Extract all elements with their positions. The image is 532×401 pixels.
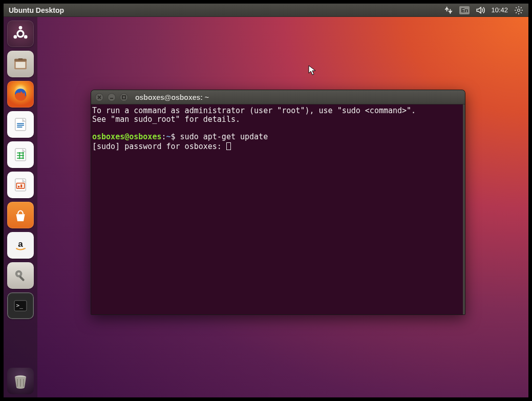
terminal-motd-line1: To run a command as administrator (user … [92,106,416,115]
launcher-files[interactable] [7,51,34,77]
launcher-system-settings[interactable] [7,262,34,289]
terminal-window[interactable]: osboxes@osboxes: ~ To run a command as a… [91,90,465,315]
terminal-title-text: osboxes@osboxes: ~ [135,93,209,101]
svg-text:a: a [18,239,23,249]
network-icon[interactable] [444,6,453,15]
svg-point-4 [13,35,17,39]
terminal-command: sudo apt-get update [180,132,268,141]
terminal-prompt-path: ~ [166,132,171,141]
launcher-firefox[interactable] [7,81,34,108]
session-gear-icon[interactable] [514,6,523,15]
launcher-trash[interactable] [7,368,34,394]
menu-bar-title: Ubuntu Desktop [4,6,64,14]
launcher-writer[interactable] [7,111,34,138]
launcher-impress[interactable] [7,172,34,198]
launcher-calc[interactable] [7,141,34,168]
terminal-prompt-userhost: osboxes@osboxes [92,132,161,141]
window-minimize-button[interactable] [108,93,116,101]
terminal-titlebar[interactable]: osboxes@osboxes: ~ [91,90,465,104]
svg-point-2 [19,26,23,30]
terminal-sudo-prompt: [sudo] password for osboxes: [92,142,226,151]
top-menu-bar: Ubuntu Desktop En 10:42 [4,4,528,17]
svg-rect-24 [122,96,125,99]
svg-rect-8 [16,62,26,68]
svg-rect-16 [20,184,22,187]
svg-text:>_: >_ [16,302,24,309]
terminal-prompt-sep: : [161,132,166,141]
svg-point-19 [17,272,20,275]
terminal-cursor [226,142,231,150]
svg-rect-20 [19,276,25,281]
system-tray: En 10:42 [444,6,528,15]
svg-point-3 [24,35,28,39]
svg-rect-11 [15,118,26,131]
launcher-ubuntu-software[interactable] [7,202,34,228]
launcher-dash[interactable] [7,20,34,47]
launcher-amazon[interactable]: a [7,232,34,259]
keyboard-layout-indicator[interactable]: En [459,6,470,14]
terminal-motd-line2: See "man sudo_root" for details. [92,115,240,124]
svg-point-0 [518,9,520,11]
svg-rect-12 [15,149,26,161]
window-maximize-button[interactable] [120,93,128,101]
clock[interactable]: 10:42 [491,6,508,14]
svg-rect-9 [18,58,23,60]
terminal-body[interactable]: To run a command as administrator (user … [91,104,465,314]
sound-icon[interactable] [476,6,485,15]
launcher: a >_ [4,17,37,397]
terminal-prompt-symbol: $ [171,132,180,141]
svg-rect-15 [18,186,19,187]
launcher-terminal[interactable]: >_ [7,292,34,319]
window-close-button[interactable] [95,93,103,101]
svg-point-5 [18,32,23,36]
